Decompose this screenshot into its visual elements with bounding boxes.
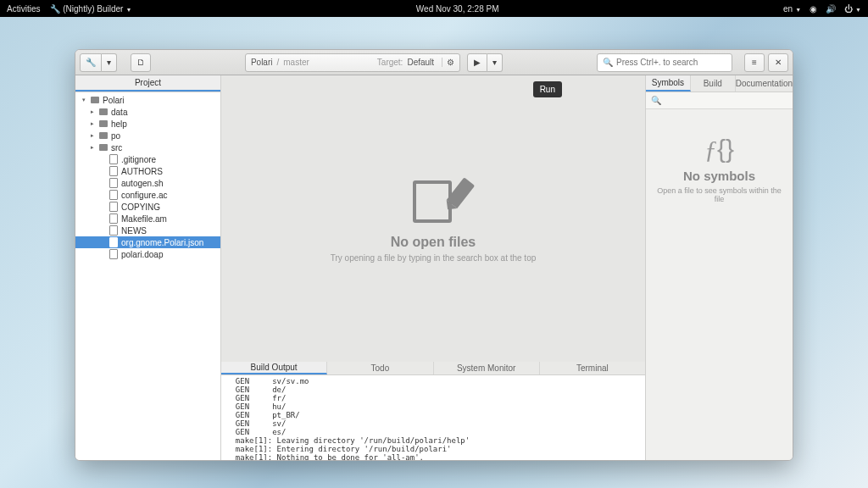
accessibility-icon[interactable]: ◉ <box>810 4 817 14</box>
tree-item-label: po <box>111 131 120 141</box>
project-tree: ▾Polari▸data▸help▸po▸src.gitignoreAUTHOR… <box>75 92 220 460</box>
symbols-empty-sub: Open a file to see symbols within the fi… <box>646 186 793 203</box>
tree-item-label: org.gnome.Polari.json <box>121 238 203 247</box>
search-icon: 🔍 <box>603 58 613 67</box>
bottom-tab[interactable]: System Monitor <box>434 362 540 374</box>
global-search[interactable]: 🔍 <box>597 53 732 72</box>
bottom-tab[interactable]: Build Output <box>221 362 327 374</box>
hamburger-button[interactable]: ≡ <box>744 53 765 72</box>
tree-item[interactable]: polari.doap <box>75 248 220 260</box>
bottom-tab[interactable]: Todo <box>327 362 433 374</box>
tree-item[interactable]: COPYING <box>75 201 220 213</box>
empty-title: No open files <box>391 235 476 250</box>
tree-item-label: Polari <box>103 96 125 105</box>
bottom-tab[interactable]: Terminal <box>540 362 645 374</box>
tree-item-label: COPYING <box>121 202 160 212</box>
folder-icon <box>98 142 108 152</box>
tree-item[interactable]: ▸help <box>75 118 220 130</box>
run-tooltip: Run <box>533 81 562 97</box>
search-input[interactable] <box>616 58 726 67</box>
omnibar-project: Polari <box>251 58 273 67</box>
tree-item[interactable]: ▸po <box>75 130 220 141</box>
tree-item-label: .gitignore <box>121 155 156 164</box>
file-icon <box>108 190 119 200</box>
empty-subtitle: Try opening a file by typing in the sear… <box>331 253 537 263</box>
edit-icon <box>408 175 459 226</box>
left-sidebar: Project ▾Polari▸data▸help▸po▸src.gitigno… <box>75 75 221 460</box>
tree-item-label: src <box>111 143 122 152</box>
build-output: GEN sv/sv.mo GEN de/ GEN fr/ GEN hu/ GEN… <box>221 375 645 460</box>
tree-item[interactable]: Makefile.am <box>75 213 220 225</box>
file-icon <box>108 249 119 259</box>
tree-item[interactable]: ▸data <box>75 106 220 118</box>
appmenu-label: (Nightly) Builder <box>63 4 123 14</box>
folder-icon <box>98 107 108 117</box>
appmenu[interactable]: 🔧 (Nightly) Builder▼ <box>50 4 131 14</box>
omnibar[interactable]: Polari / master Target: Default ⚙ <box>245 53 460 72</box>
tree-item-label: AUTHORS <box>121 167 163 176</box>
editor-empty-state: Run No open files Try opening a file by … <box>221 75 645 362</box>
file-icon <box>108 237 119 247</box>
omnibar-branch: master <box>283 58 309 67</box>
right-tab[interactable]: Build <box>691 75 736 92</box>
symbols-empty-state: ƒ{} No symbols Open a file to see symbol… <box>646 109 793 460</box>
tree-item[interactable]: .gitignore <box>75 153 220 165</box>
symbols-search[interactable]: 🔍 <box>646 92 793 109</box>
left-tabs: Project <box>75 75 220 92</box>
folder-icon <box>98 130 108 141</box>
tree-item[interactable]: configure.ac <box>75 189 220 201</box>
right-tabs: SymbolsBuildDocumentation <box>646 75 793 92</box>
lang-indicator[interactable]: en▼ <box>783 4 801 14</box>
symbols-icon: ƒ{} <box>704 135 734 164</box>
folder-icon <box>98 119 108 129</box>
file-icon <box>108 178 119 188</box>
tree-item[interactable]: ▾Polari <box>75 94 220 106</box>
close-button[interactable]: ✕ <box>768 53 788 72</box>
search-icon: 🔍 <box>651 96 661 105</box>
tree-item-label: NEWS <box>121 226 147 236</box>
run-menu-button[interactable]: ▾ <box>487 53 503 72</box>
tree-item-label: Makefile.am <box>121 214 167 224</box>
file-icon <box>108 214 119 224</box>
target-value: Default <box>407 58 434 67</box>
right-tab[interactable]: Documentation <box>736 75 793 92</box>
new-file-button[interactable]: 🗋 <box>131 53 151 72</box>
file-icon <box>108 202 119 212</box>
bottom-tabs: Build OutputTodoSystem MonitorTerminal <box>221 362 645 375</box>
tree-item[interactable]: org.gnome.Polari.json <box>75 236 220 248</box>
clock[interactable]: Wed Nov 30, 2:28 PM <box>131 4 783 14</box>
file-icon <box>108 166 119 176</box>
gear-menu-button[interactable]: ▾ <box>102 53 117 72</box>
tree-item[interactable]: NEWS <box>75 225 220 236</box>
omnibar-config-icon[interactable]: ⚙ <box>442 58 454 67</box>
desktop-topbar: Activities 🔧 (Nightly) Builder▼ Wed Nov … <box>0 0 868 17</box>
builder-window: 🔧 ▾ 🗋 Polari / master Target: Default ⚙ … <box>75 49 793 461</box>
tree-item[interactable]: AUTHORS <box>75 165 220 177</box>
tree-item-label: configure.ac <box>121 191 167 200</box>
headerbar: 🔧 ▾ 🗋 Polari / master Target: Default ⚙ … <box>75 50 793 75</box>
tree-item[interactable]: autogen.sh <box>75 177 220 189</box>
symbols-empty-title: No symbols <box>683 169 755 183</box>
file-icon <box>108 154 119 164</box>
tree-item[interactable]: ▸src <box>75 141 220 153</box>
file-icon <box>108 225 119 236</box>
run-button[interactable]: ▶ <box>467 53 487 72</box>
tree-item-label: data <box>111 108 127 117</box>
volume-icon[interactable]: 🔊 <box>826 4 836 14</box>
right-tab[interactable]: Symbols <box>646 75 691 92</box>
tree-item-label: help <box>111 119 127 129</box>
tab-project[interactable]: Project <box>75 75 220 92</box>
power-icon[interactable]: ⏻▼ <box>844 4 861 14</box>
tree-item-label: polari.doap <box>121 250 163 259</box>
tree-item-label: autogen.sh <box>121 179 164 188</box>
activities-button[interactable]: Activities <box>7 4 40 14</box>
target-label: Target: <box>377 58 403 67</box>
right-sidebar: SymbolsBuildDocumentation 🔍 ƒ{} No symbo… <box>645 75 793 460</box>
gear-button[interactable]: 🔧 <box>80 53 102 72</box>
editor-area: Run No open files Try opening a file by … <box>221 75 645 460</box>
folder-icon <box>90 95 100 105</box>
